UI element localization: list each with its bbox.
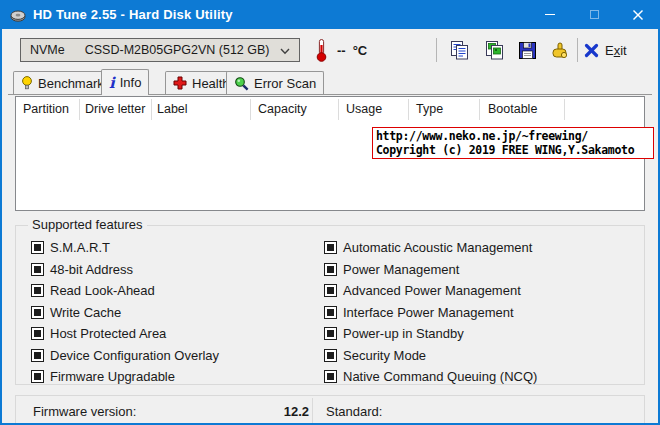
feature-checkbox[interactable] — [324, 241, 337, 254]
minimize-button[interactable] — [528, 0, 572, 29]
group-title: Supported features — [28, 217, 147, 232]
save-screenshot-button[interactable] — [513, 37, 541, 63]
feature-checkbox[interactable] — [31, 327, 44, 340]
temperature-readout: -- °C — [337, 43, 367, 58]
column-header-bootable[interactable]: Bootable — [488, 102, 537, 116]
column-divider — [564, 99, 565, 120]
banner-url: http://www.neko.ne.jp/~freewing/ — [376, 129, 653, 143]
feature-label: Automatic Acoustic Management — [343, 240, 532, 255]
column-divider — [151, 99, 152, 120]
copy-text-button[interactable] — [445, 37, 473, 63]
column-header-usage[interactable]: Usage — [346, 102, 382, 116]
banner-copyright: Copyright (c) 2019 FREE WING,Y.Sakamoto — [376, 143, 653, 157]
feature-checkbox[interactable] — [31, 370, 44, 383]
temperature-unit: °C — [353, 43, 368, 58]
chevron-down-icon — [280, 48, 290, 55]
feature-label: Power-up in Standby — [343, 326, 464, 341]
feature-label: Power Management — [343, 262, 459, 277]
toolbar-separator — [577, 38, 578, 62]
feature-checkbox[interactable] — [324, 327, 337, 340]
column-divider — [250, 99, 251, 120]
feature-row: Advanced Power Management — [324, 280, 537, 302]
thermometer-icon — [315, 38, 328, 66]
features-right-column: Automatic Acoustic ManagementPower Manag… — [324, 237, 537, 388]
minimize-icon — [545, 14, 555, 16]
feature-label: Host Protected Area — [50, 326, 166, 341]
tab-label: Benchmark — [38, 76, 104, 91]
exit-button[interactable]: Exit — [584, 37, 627, 63]
feature-checkbox[interactable] — [324, 306, 337, 319]
column-divider — [79, 99, 80, 120]
feature-checkbox[interactable] — [31, 263, 44, 276]
drive-selector[interactable]: NVMe CSSD-M2B05GPG2VN (512 GB) — [20, 38, 300, 62]
feature-row: Security Mode — [324, 345, 537, 367]
column-header-label[interactable]: Label — [157, 102, 188, 116]
feature-row: Automatic Acoustic Management — [324, 237, 537, 259]
feature-label: Interface Power Management — [343, 305, 514, 320]
feature-checkbox[interactable] — [324, 284, 337, 297]
window-title: HD Tune 2.55 - Hard Disk Utility — [33, 7, 233, 22]
tab-label: Error Scan — [254, 76, 316, 91]
column-header-partition[interactable]: Partition — [23, 102, 69, 116]
feature-label: Native Command Queuing (NCQ) — [343, 369, 537, 384]
copy-image-icon — [484, 40, 505, 61]
close-button[interactable] — [616, 0, 660, 29]
feature-checkbox[interactable] — [31, 241, 44, 254]
maximize-icon — [590, 10, 599, 19]
magnifier-icon — [234, 76, 249, 91]
column-divider — [408, 99, 409, 120]
exit-x-icon — [584, 43, 599, 58]
firmware-version-label: Firmware version: — [33, 404, 136, 419]
feature-label: 48-bit Address — [50, 262, 133, 277]
standard-label: Standard: — [326, 404, 382, 419]
copy-image-button[interactable] — [480, 37, 508, 63]
feature-checkbox[interactable] — [324, 263, 337, 276]
column-divider — [338, 99, 339, 120]
feature-row: Interface Power Management — [324, 302, 537, 324]
feature-checkbox[interactable] — [31, 349, 44, 362]
tab-label: Health — [192, 76, 230, 91]
hdtune-window: HD Tune 2.55 - Hard Disk Utility NVMe CS… — [0, 0, 660, 425]
column-header-drive-letter[interactable]: Drive letter — [85, 102, 145, 116]
feature-checkbox[interactable] — [324, 349, 337, 362]
app-icon — [9, 6, 26, 23]
feature-label: S.M.A.R.T — [50, 240, 110, 255]
feature-label: Advanced Power Management — [343, 283, 521, 298]
options-button[interactable] — [545, 37, 573, 63]
temperature-value: -- — [337, 43, 346, 58]
lightbulb-icon — [21, 75, 33, 91]
features-left-column: S.M.A.R.T48-bit AddressRead Look-AheadWr… — [31, 237, 219, 388]
column-header-capacity[interactable]: Capacity — [258, 102, 307, 116]
feature-row: 48-bit Address — [31, 259, 219, 281]
feature-row: Host Protected Area — [31, 323, 219, 345]
feature-label: Security Mode — [343, 348, 426, 363]
drive-info-group: Firmware version: 12.2 Standard: — [15, 395, 645, 425]
feature-checkbox[interactable] — [31, 306, 44, 319]
feature-row: Power-up in Standby — [324, 323, 537, 345]
red-cross-icon — [173, 76, 187, 90]
exit-label: Exit — [605, 43, 627, 58]
titlebar: HD Tune 2.55 - Hard Disk Utility — [0, 0, 660, 29]
feature-label: Write Cache — [50, 305, 121, 320]
feature-row: Power Management — [324, 259, 537, 281]
feature-row: Read Look-Ahead — [31, 280, 219, 302]
tab-info[interactable]: i Info — [101, 69, 149, 95]
column-header-type[interactable]: Type — [416, 102, 443, 116]
freeware-banner: http://www.neko.ne.jp/~freewing/ Copyrig… — [372, 127, 654, 159]
drive-interface: NVMe — [30, 43, 65, 57]
feature-checkbox[interactable] — [31, 284, 44, 297]
feature-label: Read Look-Ahead — [50, 283, 155, 298]
feature-row: Firmware Upgradable — [31, 366, 219, 388]
feature-row: Native Command Queuing (NCQ) — [324, 366, 537, 388]
info-divider — [312, 398, 313, 425]
options-icon — [549, 40, 570, 61]
supported-features-group: Supported features S.M.A.R.T48-bit Addre… — [15, 225, 645, 385]
feature-row: Device Configuration Overlay — [31, 345, 219, 367]
feature-label: Device Configuration Overlay — [50, 348, 219, 363]
feature-checkbox[interactable] — [324, 370, 337, 383]
close-icon — [632, 9, 644, 21]
tab-benchmark[interactable]: Benchmark — [13, 71, 112, 94]
feature-row: Write Cache — [31, 302, 219, 324]
firmware-version-value: 12.2 — [216, 404, 309, 419]
tab-error-scan[interactable]: Error Scan — [226, 71, 324, 94]
